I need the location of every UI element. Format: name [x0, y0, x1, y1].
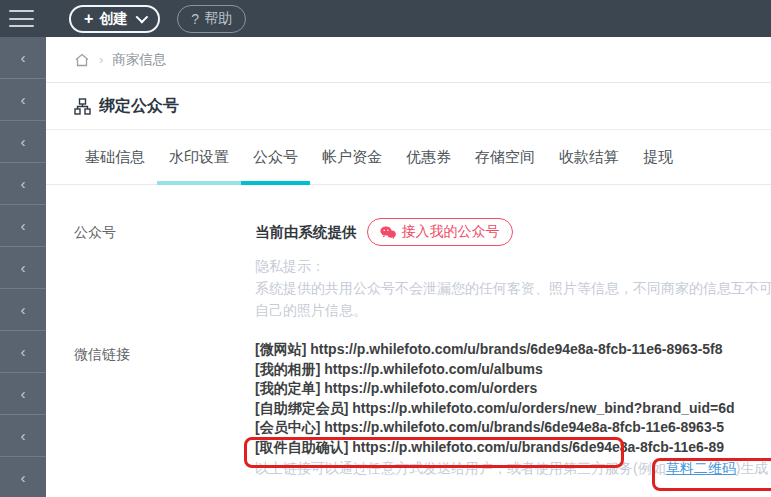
- create-button[interactable]: + 创建: [69, 5, 160, 33]
- link-self-bind-member: [自助绑定会员] https://p.whilefoto.com/u/order…: [255, 399, 771, 419]
- link-my-albums: [我的相册] https://p.whilefoto.com/u/albums: [255, 360, 771, 380]
- tab-withdraw[interactable]: 提现: [631, 130, 685, 184]
- sidebar-item[interactable]: ‹: [0, 205, 46, 247]
- tab-storage-space[interactable]: 存储空间: [463, 130, 547, 184]
- chevron-left-icon: ‹: [21, 260, 26, 275]
- sidebar-item[interactable]: ‹: [0, 415, 46, 457]
- sitemap-icon: [74, 98, 91, 115]
- chevron-down-icon: [136, 11, 149, 24]
- hamburger-menu-icon[interactable]: [9, 10, 34, 27]
- chevron-left-icon: ‹: [21, 428, 26, 443]
- chevron-left-icon: ‹: [21, 92, 26, 107]
- page: + 创建 ? 帮助 ‹ ‹ ‹ ‹ ‹ ‹ ‹ ‹ ‹ ‹ ‹ › 商家信息: [0, 0, 771, 497]
- wechat-icon: [380, 226, 396, 239]
- title-bar: 绑定公众号: [46, 83, 771, 130]
- chevron-left-icon: ‹: [21, 134, 26, 149]
- main-content: 公众号 当前由系统提供: [46, 185, 771, 497]
- help-button[interactable]: ? 帮助: [177, 5, 246, 33]
- tab-basic-info[interactable]: 基础信息: [73, 130, 157, 184]
- create-button-label: 创建: [99, 10, 127, 28]
- link-my-orders: [我的定单] https://p.whilefoto.com/u/orders: [255, 379, 771, 399]
- wechat-links-label: 微信链接: [74, 340, 255, 478]
- chevron-left-icon: ‹: [21, 470, 26, 485]
- connect-my-account-button[interactable]: 接入我的公众号: [367, 218, 513, 246]
- sidebar-item[interactable]: ‹: [0, 121, 46, 163]
- sidebar-item[interactable]: ‹: [0, 163, 46, 205]
- sidebar-item[interactable]: ‹: [0, 457, 46, 497]
- sidebar-item[interactable]: ‹: [0, 79, 46, 121]
- tab-coupons[interactable]: 优惠券: [394, 130, 463, 184]
- official-account-label: 公众号: [74, 218, 255, 321]
- privacy-note: 隐私提示： 系统提供的共用公众号不会泄漏您的任何客资、照片等信息，不同商家的信息…: [255, 255, 771, 321]
- chevron-left-icon: ‹: [21, 218, 26, 233]
- plus-icon: +: [84, 11, 93, 27]
- connect-my-account-label: 接入我的公众号: [402, 223, 500, 241]
- tab-bar: 基础信息 水印设置 公众号 帐户资金 优惠券 存储空间 收款结算 提现: [46, 130, 771, 185]
- tab-watermark-settings[interactable]: 水印设置: [157, 130, 241, 184]
- tab-settlement[interactable]: 收款结算: [547, 130, 631, 184]
- chevron-left-icon: ‹: [21, 50, 26, 65]
- wechat-links-section: 微信链接 [微网站] https://p.whilefoto.com/u/bra…: [74, 340, 771, 478]
- sidebar-item[interactable]: ‹: [0, 37, 46, 79]
- page-title: 绑定公众号: [99, 96, 179, 117]
- question-icon: ?: [191, 11, 199, 27]
- help-button-label: 帮助: [204, 10, 232, 28]
- sidebar-item[interactable]: ‹: [0, 289, 46, 331]
- breadcrumb-item[interactable]: 商家信息: [112, 51, 166, 69]
- sidebar-item[interactable]: ‹: [0, 373, 46, 415]
- links-hint: 以上链接可以通过任意方式发送给用户，或者使用第三方服务(例如草料二维码)生成: [255, 460, 771, 478]
- top-bar: + 创建 ? 帮助: [0, 0, 771, 37]
- sidebar: ‹ ‹ ‹ ‹ ‹ ‹ ‹ ‹ ‹ ‹ ‹: [0, 37, 46, 497]
- chevron-left-icon: ‹: [21, 176, 26, 191]
- home-icon[interactable]: [74, 52, 90, 68]
- chevron-left-icon: ‹: [21, 302, 26, 317]
- sidebar-item[interactable]: ‹: [0, 247, 46, 289]
- breadcrumb: › 商家信息: [46, 37, 771, 83]
- tab-account-funds[interactable]: 帐户资金: [310, 130, 394, 184]
- link-micro-site: [微网站] https://p.whilefoto.com/u/brands/6…: [255, 340, 771, 360]
- caoliao-qr-link[interactable]: 草料二维码: [666, 460, 736, 476]
- official-account-section: 公众号 当前由系统提供: [74, 218, 771, 321]
- link-pickup-self-confirm: [取件自助确认] https://p.whilefoto.com/u/brand…: [255, 438, 771, 458]
- chevron-left-icon: ‹: [21, 386, 26, 401]
- breadcrumb-separator: ›: [99, 52, 103, 67]
- link-member-center: [会员中心] https://p.whilefoto.com/u/brands/…: [255, 418, 771, 438]
- tab-official-account[interactable]: 公众号: [241, 130, 310, 184]
- chevron-left-icon: ‹: [21, 344, 26, 359]
- system-provided-text: 当前由系统提供: [255, 223, 357, 242]
- sidebar-item[interactable]: ‹: [0, 331, 46, 373]
